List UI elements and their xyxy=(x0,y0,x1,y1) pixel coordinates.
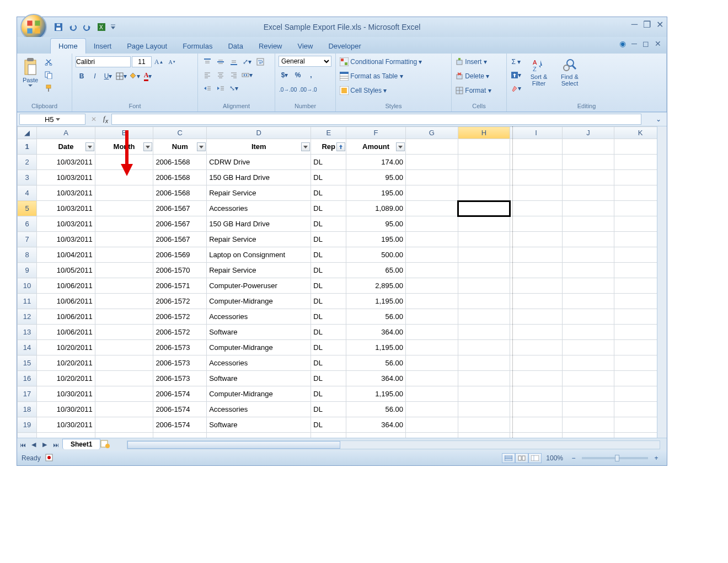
cell-J8[interactable] xyxy=(562,247,614,263)
cell-C10[interactable]: 2006-1571 xyxy=(153,278,207,294)
cell-C2[interactable]: 2006-1568 xyxy=(153,155,207,170)
cell-I12[interactable] xyxy=(510,309,563,325)
grow-font-icon[interactable]: A▲ xyxy=(153,56,165,68)
align-middle-icon[interactable] xyxy=(215,56,227,68)
cell-I6[interactable] xyxy=(510,216,563,232)
format-as-table-button[interactable]: Format as Table ▾ xyxy=(339,70,448,82)
row-header-8[interactable]: 8 xyxy=(18,247,37,263)
zoom-out-icon[interactable]: − xyxy=(568,452,580,464)
filter-button-date[interactable] xyxy=(85,142,94,151)
align-left-icon[interactable] xyxy=(201,69,213,81)
cell-B19[interactable] xyxy=(95,417,153,433)
row-header-6[interactable]: 6 xyxy=(18,216,37,232)
font-color-icon[interactable]: A▾ xyxy=(142,70,154,82)
cell-I13[interactable] xyxy=(510,325,563,340)
tab-home[interactable]: Home xyxy=(50,38,86,54)
cell-J14[interactable] xyxy=(562,340,614,355)
cell-C8[interactable]: 2006-1569 xyxy=(153,247,207,263)
sheet-nav-next-icon[interactable]: ▶ xyxy=(39,439,50,450)
conditional-formatting-button[interactable]: Conditional Formatting ▾ xyxy=(339,56,448,68)
cell-E19[interactable]: DL xyxy=(311,417,346,433)
view-normal-icon[interactable] xyxy=(502,453,515,463)
qat-excel-icon[interactable]: X xyxy=(95,21,108,33)
cell-E5[interactable]: DL xyxy=(311,201,346,216)
cell-C13[interactable]: 2006-1572 xyxy=(153,325,207,340)
column-header-J[interactable]: J xyxy=(562,127,614,139)
paste-button[interactable]: Paste xyxy=(20,56,40,89)
cell-H9[interactable] xyxy=(458,263,510,278)
cell-styles-button[interactable]: Cell Styles ▾ xyxy=(339,84,448,97)
wrap-text-icon[interactable] xyxy=(254,56,266,68)
cell-D19[interactable]: Software xyxy=(207,417,311,433)
delete-cells-button[interactable]: Delete ▾ xyxy=(455,70,503,82)
cell-E3[interactable]: DL xyxy=(311,170,346,185)
row-header-18[interactable]: 18 xyxy=(18,402,37,417)
row-header-14[interactable]: 14 xyxy=(18,340,37,355)
cell-J4[interactable] xyxy=(562,185,614,201)
cell-G5[interactable] xyxy=(405,201,458,216)
cell-F11[interactable]: 1,195.00 xyxy=(346,294,406,309)
cell-C12[interactable]: 2006-1572 xyxy=(153,309,207,325)
cell-H4[interactable] xyxy=(458,185,510,201)
cell-A11[interactable]: 10/06/2011 xyxy=(37,294,95,309)
cell-A9[interactable]: 10/05/2011 xyxy=(37,263,95,278)
row-header-11[interactable]: 11 xyxy=(18,294,37,309)
column-header-A[interactable]: A xyxy=(37,127,95,139)
row-header-5[interactable]: 5 xyxy=(18,201,37,216)
cell-G8[interactable] xyxy=(405,247,458,263)
cell-B15[interactable] xyxy=(95,355,153,371)
format-cells-button[interactable]: Format ▾ xyxy=(455,84,503,97)
cell-A19[interactable]: 10/30/2011 xyxy=(37,417,95,433)
cell-J3[interactable] xyxy=(562,170,614,185)
tab-review[interactable]: Review xyxy=(251,39,290,54)
cell-C15[interactable]: 2006-1573 xyxy=(153,355,207,371)
cell-F8[interactable]: 500.00 xyxy=(346,247,406,263)
cell-E9[interactable]: DL xyxy=(311,263,346,278)
cell-A16[interactable]: 10/20/2011 xyxy=(37,371,95,386)
cell-A20[interactable]: 10/31/2011 xyxy=(37,433,95,438)
cell-I9[interactable] xyxy=(510,263,563,278)
restore-icon[interactable]: ❐ xyxy=(643,19,651,30)
cell-B18[interactable] xyxy=(95,402,153,417)
cell-H17[interactable] xyxy=(458,386,510,402)
cell-J12[interactable] xyxy=(562,309,614,325)
cell-A15[interactable]: 10/20/2011 xyxy=(37,355,95,371)
cell-D15[interactable]: Accessories xyxy=(207,355,311,371)
column-header-B[interactable]: B xyxy=(95,127,153,139)
cell-H20[interactable] xyxy=(458,433,510,438)
cell-I5[interactable] xyxy=(510,201,563,216)
zoom-level[interactable]: 100% xyxy=(546,454,563,462)
cell-G6[interactable] xyxy=(405,216,458,232)
cell-D14[interactable]: Computer-Midrange xyxy=(207,340,311,355)
cell-E11[interactable]: DL xyxy=(311,294,346,309)
cell-I17[interactable] xyxy=(510,386,563,402)
column-header-H[interactable]: H xyxy=(458,127,510,139)
cell-J5[interactable] xyxy=(562,201,614,216)
cell-E2[interactable]: DL xyxy=(311,155,346,170)
cell-A3[interactable]: 10/03/2011 xyxy=(37,170,95,185)
cell-G2[interactable] xyxy=(405,155,458,170)
cell-E15[interactable]: DL xyxy=(311,355,346,371)
row-header-4[interactable]: 4 xyxy=(18,185,37,201)
cell-F16[interactable]: 364.00 xyxy=(346,371,406,386)
cell-D2[interactable]: CDRW Drive xyxy=(207,155,311,170)
cell-H13[interactable] xyxy=(458,325,510,340)
cell-B13[interactable] xyxy=(95,325,153,340)
cell-empty[interactable] xyxy=(562,139,614,155)
cell-H8[interactable] xyxy=(458,247,510,263)
cell-F4[interactable]: 195.00 xyxy=(346,185,406,201)
cell-C11[interactable]: 2006-1572 xyxy=(153,294,207,309)
cell-G7[interactable] xyxy=(405,232,458,247)
cell-F18[interactable]: 56.00 xyxy=(346,402,406,417)
sheet-nav-prev-icon[interactable]: ◀ xyxy=(28,439,39,450)
tab-data[interactable]: Data xyxy=(220,39,250,54)
cell-D20[interactable]: Computer-Poweruser xyxy=(207,433,311,438)
vertical-scrollbar[interactable] xyxy=(657,126,667,438)
cell-J16[interactable] xyxy=(562,371,614,386)
row-header-13[interactable]: 13 xyxy=(18,325,37,340)
cell-empty[interactable] xyxy=(614,139,667,155)
cell-C18[interactable]: 2006-1574 xyxy=(153,402,207,417)
cell-G20[interactable] xyxy=(405,433,458,438)
cell-C6[interactable]: 2006-1567 xyxy=(153,216,207,232)
column-header-E[interactable]: E xyxy=(311,127,346,139)
